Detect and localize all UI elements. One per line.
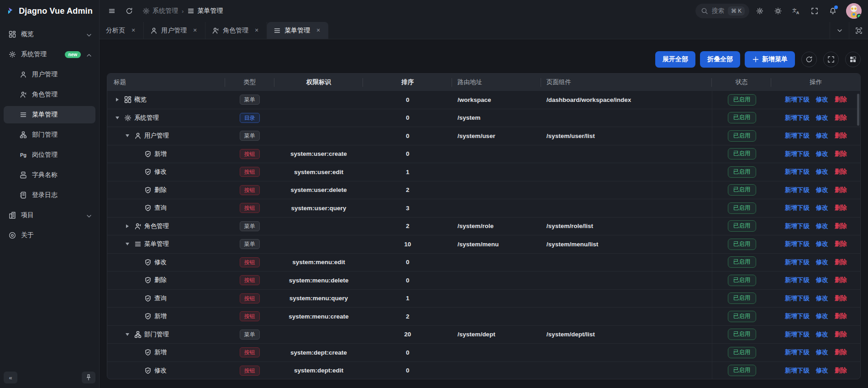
sidebar-item-概览[interactable]: 概览: [4, 26, 95, 43]
tree-toggle-arrow[interactable]: [124, 240, 131, 248]
tree-toggle-arrow[interactable]: [114, 96, 121, 103]
add-child-link[interactable]: 新增下级: [785, 276, 810, 284]
tab-菜单管理[interactable]: 菜单管理✕: [267, 22, 328, 39]
add-child-link[interactable]: 新增下级: [785, 204, 810, 212]
table-scrollbar-thumb[interactable]: [857, 94, 859, 126]
search-input[interactable]: 搜索 ⌘ K: [695, 4, 749, 18]
delete-link[interactable]: 删除: [835, 222, 847, 230]
add-child-link[interactable]: 新增下级: [785, 348, 810, 356]
delete-link[interactable]: 删除: [835, 168, 847, 176]
add-child-link[interactable]: 新增下级: [785, 240, 810, 248]
add-child-link[interactable]: 新增下级: [785, 367, 810, 375]
delete-link[interactable]: 删除: [835, 132, 847, 140]
breadcrumb-current[interactable]: 菜单管理: [187, 7, 223, 15]
tree-toggle-arrow: [134, 186, 141, 194]
sidebar-item-菜单管理[interactable]: 菜单管理: [4, 106, 95, 123]
add-child-link[interactable]: 新增下级: [785, 132, 810, 140]
fullscreen-button[interactable]: [807, 3, 822, 19]
delete-link[interactable]: 删除: [835, 258, 847, 266]
sidebar-item-系统管理[interactable]: 系统管理new: [4, 46, 95, 63]
add-menu-button[interactable]: 新增菜单: [745, 51, 795, 68]
edit-link[interactable]: 修改: [816, 348, 828, 356]
tab-用户管理[interactable]: 用户管理✕: [144, 22, 205, 39]
add-child-link[interactable]: 新增下级: [785, 96, 810, 104]
notifications-button[interactable]: [825, 3, 841, 19]
sidebar-item-用户管理[interactable]: 用户管理: [4, 66, 95, 83]
tab-close-icon[interactable]: ✕: [191, 27, 199, 34]
add-child-link[interactable]: 新增下级: [785, 186, 810, 194]
add-child-link[interactable]: 新增下级: [785, 168, 810, 176]
tab-maximize-button[interactable]: [849, 22, 868, 39]
sidebar-item-字典名称[interactable]: 字典名称: [4, 166, 95, 184]
menu-toggle-button[interactable]: [104, 3, 120, 19]
add-child-link[interactable]: 新增下级: [785, 258, 810, 266]
edit-link[interactable]: 修改: [816, 312, 828, 320]
sidebar: Djagno Vue Admin 概览系统管理new用户管理角色管理菜单管理部门…: [0, 0, 100, 388]
edit-link[interactable]: 修改: [816, 222, 828, 230]
edit-link[interactable]: 修改: [816, 186, 828, 194]
tab-list-dropdown-button[interactable]: [830, 22, 849, 39]
edit-link[interactable]: 修改: [816, 240, 828, 248]
breadcrumb-parent[interactable]: 系统管理: [142, 7, 178, 15]
delete-link[interactable]: 删除: [835, 330, 847, 339]
sidebar-collapse-button[interactable]: «: [4, 372, 17, 383]
tree-toggle-arrow[interactable]: [124, 223, 131, 230]
delete-link[interactable]: 删除: [835, 114, 847, 122]
delete-link[interactable]: 删除: [835, 294, 847, 303]
delete-link[interactable]: 删除: [835, 186, 847, 194]
tab-分析页[interactable]: 分析页✕: [100, 22, 144, 39]
expand-all-button[interactable]: 展开全部: [655, 51, 695, 68]
delete-link[interactable]: 删除: [835, 348, 847, 356]
add-child-link[interactable]: 新增下级: [785, 312, 810, 320]
sidebar-item-角色管理[interactable]: 角色管理: [4, 86, 95, 103]
sidebar-item-岗位管理[interactable]: Pg岗位管理: [4, 146, 95, 164]
sidebar-item-关于[interactable]: 关于: [4, 227, 95, 244]
edit-link[interactable]: 修改: [816, 276, 828, 284]
edit-link[interactable]: 修改: [816, 96, 828, 104]
delete-link[interactable]: 删除: [835, 204, 847, 212]
tab-close-icon[interactable]: ✕: [315, 27, 322, 34]
edit-link[interactable]: 修改: [816, 367, 828, 375]
edit-link[interactable]: 修改: [816, 114, 828, 122]
sidebar-item-项目[interactable]: 项目: [4, 207, 95, 224]
add-child-link[interactable]: 新增下级: [785, 294, 810, 303]
add-child-link[interactable]: 新增下级: [785, 330, 810, 339]
edit-link[interactable]: 修改: [816, 294, 828, 303]
sidebar-item-部门管理[interactable]: 部门管理: [4, 126, 95, 144]
delete-link[interactable]: 删除: [835, 312, 847, 320]
tab-角色管理[interactable]: 角色管理✕: [205, 22, 267, 39]
menu-title: 新增: [154, 348, 167, 356]
delete-link[interactable]: 删除: [835, 150, 847, 158]
edit-link[interactable]: 修改: [816, 168, 828, 176]
edit-link[interactable]: 修改: [816, 204, 828, 212]
delete-link[interactable]: 删除: [835, 96, 847, 104]
edit-link[interactable]: 修改: [816, 258, 828, 266]
tab-close-icon[interactable]: ✕: [130, 27, 137, 34]
table-columns-button[interactable]: [845, 52, 861, 67]
logo[interactable]: Djagno Vue Admin: [0, 0, 99, 22]
sidebar-pin-button[interactable]: [82, 372, 95, 383]
language-button[interactable]: 文A: [789, 3, 804, 19]
edit-link[interactable]: 修改: [816, 330, 828, 339]
refresh-button[interactable]: [121, 3, 137, 19]
add-child-link[interactable]: 新增下级: [785, 222, 810, 230]
add-child-link[interactable]: 新增下级: [785, 150, 810, 158]
tab-close-icon[interactable]: ✕: [253, 27, 260, 34]
tree-toggle-arrow[interactable]: [124, 132, 131, 139]
delete-link[interactable]: 删除: [835, 367, 847, 375]
theme-toggle-button[interactable]: [770, 3, 786, 19]
sidebar-item-label: 菜单管理: [32, 111, 58, 119]
add-child-link[interactable]: 新增下级: [785, 114, 810, 122]
user-avatar[interactable]: [846, 3, 862, 19]
delete-link[interactable]: 删除: [835, 240, 847, 248]
edit-link[interactable]: 修改: [816, 150, 828, 158]
collapse-all-button[interactable]: 折叠全部: [700, 51, 740, 68]
table-fullscreen-button[interactable]: [823, 52, 839, 67]
delete-link[interactable]: 删除: [835, 276, 847, 284]
settings-button[interactable]: [752, 3, 768, 19]
tree-toggle-arrow[interactable]: [114, 114, 121, 122]
sidebar-item-登录日志[interactable]: 登录日志: [4, 186, 95, 204]
tree-toggle-arrow[interactable]: [124, 331, 131, 338]
table-refresh-button[interactable]: [801, 52, 817, 67]
edit-link[interactable]: 修改: [816, 132, 828, 140]
